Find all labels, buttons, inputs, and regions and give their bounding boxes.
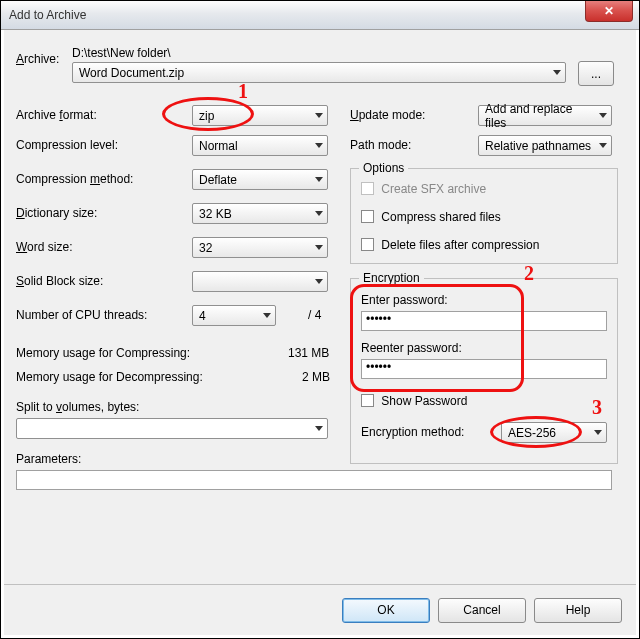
cpu-threads-combo[interactable]: 4 [192, 305, 276, 326]
update-mode-label: Update mode: [350, 108, 425, 122]
encryption-group: Encryption Enter password: •••••• Reente… [350, 278, 618, 464]
chevron-down-icon [315, 426, 323, 431]
archive-format-label: Archive format: [16, 108, 97, 122]
chevron-down-icon [599, 143, 607, 148]
word-size-combo[interactable]: 32 [192, 237, 328, 258]
delete-after-label: Delete files after compression [381, 238, 539, 252]
chevron-down-icon [553, 70, 561, 75]
parameters-label: Parameters: [16, 452, 81, 466]
footer: OK Cancel Help [4, 584, 636, 635]
reenter-password-input[interactable]: •••••• [361, 359, 607, 379]
compress-shared-label: Compress shared files [381, 210, 500, 224]
chevron-down-icon [315, 177, 323, 182]
delete-after-checkbox[interactable] [361, 238, 374, 251]
dictionary-size-combo[interactable]: 32 KB [192, 203, 328, 224]
titlebar: Add to Archive ✕ [1, 1, 639, 30]
encryption-method-label: Encryption method: [361, 425, 464, 439]
chevron-down-icon [594, 430, 602, 435]
help-button[interactable]: Help [534, 598, 622, 623]
annotation-number-1: 1 [238, 80, 248, 103]
archive-path: D:\test\New folder\ [72, 46, 171, 60]
sfx-label: Create SFX archive [381, 182, 486, 196]
show-password-checkbox[interactable] [361, 394, 374, 407]
chevron-down-icon [315, 113, 323, 118]
enter-password-input[interactable]: •••••• [361, 311, 607, 331]
parameters-input[interactable] [16, 470, 612, 490]
compression-method-label: Compression method: [16, 172, 133, 186]
split-volumes-combo[interactable] [16, 418, 328, 439]
show-password-label: Show Password [381, 394, 467, 408]
compress-shared-checkbox[interactable] [361, 210, 374, 223]
encryption-legend: Encryption [359, 271, 424, 285]
encryption-method-combo[interactable]: AES-256 [501, 422, 607, 443]
window-title: Add to Archive [9, 8, 86, 22]
chevron-down-icon [315, 143, 323, 148]
sfx-checkbox [361, 182, 374, 195]
compression-level-label: Compression level: [16, 138, 118, 152]
path-mode-combo[interactable]: Relative pathnames [478, 135, 612, 156]
mem-compress-value: 131 MB [288, 346, 329, 360]
options-group: Options Create SFX archive Compress shar… [350, 168, 618, 264]
compression-method-combo[interactable]: Deflate [192, 169, 328, 190]
enter-password-label: Enter password: [361, 293, 448, 307]
reenter-password-label: Reenter password: [361, 341, 462, 355]
path-mode-label: Path mode: [350, 138, 411, 152]
close-button[interactable]: ✕ [585, 1, 633, 22]
chevron-down-icon [315, 245, 323, 250]
chevron-down-icon [263, 313, 271, 318]
mem-decompress-label: Memory usage for Decompressing: [16, 370, 203, 384]
cancel-button[interactable]: Cancel [438, 598, 526, 623]
split-volumes-label: Split to volumes, bytes: [16, 400, 139, 414]
browse-button[interactable]: ... [578, 61, 614, 86]
dictionary-size-label: Dictionary size: [16, 206, 97, 220]
chevron-down-icon [315, 279, 323, 284]
chevron-down-icon [599, 113, 607, 118]
mem-decompress-value: 2 MB [302, 370, 330, 384]
options-legend: Options [359, 161, 408, 175]
word-size-label: Word size: [16, 240, 72, 254]
archive-filename-combo[interactable]: Word Document.zip [72, 62, 566, 83]
solid-block-size-combo[interactable] [192, 271, 328, 292]
close-icon: ✕ [604, 4, 614, 18]
archive-filename: Word Document.zip [79, 66, 184, 80]
compression-level-combo[interactable]: Normal [192, 135, 328, 156]
chevron-down-icon [315, 211, 323, 216]
update-mode-combo[interactable]: Add and replace files [478, 105, 612, 126]
ok-button[interactable]: OK [342, 598, 430, 623]
archive-format-combo[interactable]: zip [192, 105, 328, 126]
solid-block-size-label: Solid Block size: [16, 274, 103, 288]
cpu-threads-total: / 4 [308, 308, 321, 322]
archive-label: Archive: [16, 52, 59, 66]
mem-compress-label: Memory usage for Compressing: [16, 346, 190, 360]
cpu-threads-label: Number of CPU threads: [16, 308, 147, 322]
